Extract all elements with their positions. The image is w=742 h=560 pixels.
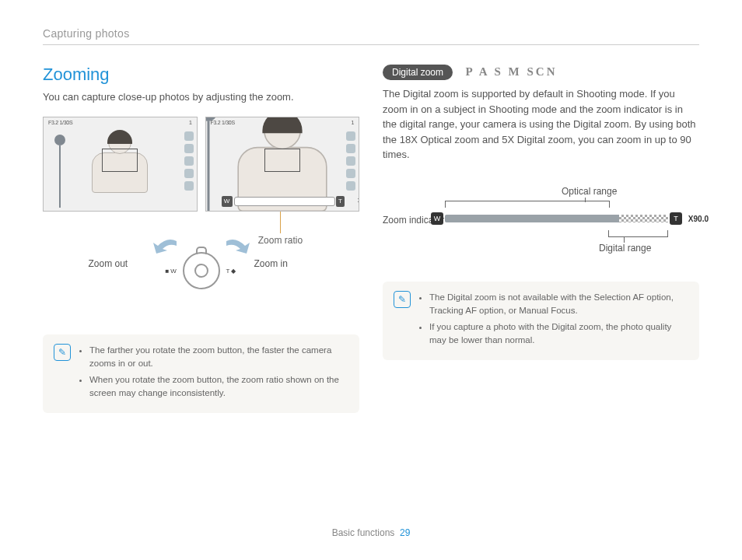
mode-icon [184, 156, 194, 166]
zoom-bar: W T X 27.0 [234, 197, 336, 206]
max-zoom-value: X90.0 [688, 215, 709, 223]
af-box [264, 149, 300, 172]
section-title: Zooming [43, 65, 359, 85]
mode-icon [346, 131, 355, 141]
arrow-right-icon [222, 238, 250, 257]
zoom-dial [183, 252, 220, 289]
note-item: The Digital zoom is not available with t… [429, 291, 688, 318]
wide-icon: W [222, 196, 233, 207]
af-box [102, 149, 138, 172]
wide-icon: W [431, 212, 443, 225]
left-column: Zooming You can capture close-up photos … [43, 65, 359, 413]
breadcrumb: Capturing photos [43, 27, 699, 45]
zoom-value: X 27.0 [358, 198, 359, 203]
note-item: The farther you rotate the zoom button, … [89, 344, 348, 371]
dial-t-label: T [226, 268, 236, 275]
digital-zoom-pill: Digital zoom [383, 65, 453, 80]
note-icon: ✎ [54, 344, 71, 361]
mode-icon [346, 181, 355, 191]
mode-icon [184, 131, 194, 141]
camera-screen-wide: F3.2 1/30S1 [43, 117, 198, 212]
mode-icon [184, 144, 194, 153]
mode-icon [346, 169, 355, 178]
page-number: 29 [400, 527, 410, 538]
shot-count: 1 [189, 120, 192, 125]
exposure-info: F3.2 1/30S [48, 120, 72, 125]
mode-icon [346, 156, 355, 166]
zoom-range-bar: W T X90.0 [445, 215, 668, 222]
dial-w-label: W [166, 268, 177, 275]
tele-icon: T [670, 212, 682, 225]
streetlamp-icon [205, 117, 217, 212]
right-column: Digital zoom P A S M SCN The Digital zoo… [383, 65, 699, 413]
zoom-in-label: Zoom in [254, 258, 288, 269]
zoom-out-label: Zoom out [89, 258, 128, 269]
arrow-left-icon [153, 238, 181, 257]
optical-range-label: Optical range [562, 186, 617, 197]
footer-section: Basic functions [332, 527, 395, 538]
mode-letters: P A S M SCN [465, 65, 557, 79]
note-item: If you capture a photo with the Digital … [429, 320, 688, 348]
note-box: ✎ The Digital zoom is not available with… [383, 282, 699, 360]
page-footer: Basic functions 29 [0, 527, 742, 538]
shot-count: 1 [351, 120, 354, 125]
note-icon: ✎ [394, 291, 411, 308]
digital-range-label: Digital range [599, 243, 651, 254]
tele-icon: T [336, 196, 345, 207]
digital-range-checker [619, 215, 668, 222]
note-box: ✎ The farther you rotate the zoom button… [43, 334, 359, 413]
camera-screen-zoomed: F3.2 1/30S1 W T X 27.0 [205, 117, 360, 212]
zoom-range-diagram: Optical range Zoom indicator W T X90.0 D… [383, 174, 699, 268]
streetlamp-icon [54, 130, 65, 208]
lead-paragraph: You can capture close-up photos by adjus… [43, 89, 359, 105]
mode-icon [184, 181, 194, 191]
mode-icon [184, 169, 194, 178]
note-item: When you rotate the zoom button, the zoo… [89, 373, 348, 401]
digital-zoom-body: The Digital zoom is supported by default… [383, 86, 699, 163]
mode-icon [346, 144, 355, 153]
